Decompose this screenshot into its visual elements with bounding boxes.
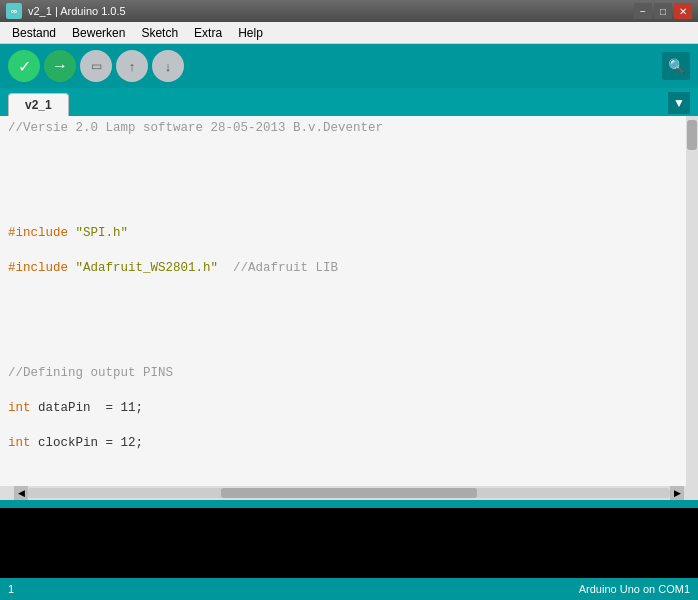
serial-monitor-button[interactable]: 🔍: [662, 52, 690, 80]
titlebar: ∞ v2_1 | Arduino 1.0.5 − □ ✕: [0, 0, 698, 22]
open-button[interactable]: ↑: [116, 50, 148, 82]
line-number: 1: [8, 583, 14, 595]
app-icon: ∞: [6, 3, 22, 19]
new-button[interactable]: ▭: [80, 50, 112, 82]
code-editor[interactable]: //Versie 2.0 Lamp software 28-05-2013 B.…: [0, 116, 686, 486]
tab-dropdown-button[interactable]: ▼: [668, 92, 690, 114]
save-button[interactable]: ↓: [152, 50, 184, 82]
vertical-scrollbar[interactable]: [686, 116, 698, 486]
board-info: Arduino Uno on COM1: [579, 583, 690, 595]
toolbar: ✓ → ▭ ↑ ↓ 🔍: [0, 44, 698, 88]
maximize-button[interactable]: □: [654, 3, 672, 19]
console-output: [0, 508, 698, 578]
minimize-button[interactable]: −: [634, 3, 652, 19]
titlebar-title: v2_1 | Arduino 1.0.5: [28, 5, 126, 17]
hscroll-track: [28, 488, 670, 498]
statusbar: 1 Arduino Uno on COM1: [0, 578, 698, 600]
upload-button[interactable]: →: [44, 50, 76, 82]
menu-help[interactable]: Help: [230, 24, 271, 42]
tabs-bar: v2_1 ▼: [0, 88, 698, 116]
verify-button[interactable]: ✓: [8, 50, 40, 82]
editor-container: //Versie 2.0 Lamp software 28-05-2013 B.…: [0, 116, 698, 486]
tab-label: v2_1: [25, 98, 52, 112]
console-header: [0, 500, 698, 508]
hscroll-thumb[interactable]: [221, 488, 478, 498]
scrollbar-thumb[interactable]: [687, 120, 697, 150]
menu-extra[interactable]: Extra: [186, 24, 230, 42]
hscroll-left-button[interactable]: ◀: [14, 486, 28, 500]
menu-bewerken[interactable]: Bewerken: [64, 24, 133, 42]
titlebar-left: ∞ v2_1 | Arduino 1.0.5: [6, 3, 126, 19]
close-button[interactable]: ✕: [674, 3, 692, 19]
horizontal-scrollbar[interactable]: ◀ ▶: [0, 486, 698, 500]
menu-bestand[interactable]: Bestand: [4, 24, 64, 42]
hscroll-right-button[interactable]: ▶: [670, 486, 684, 500]
menu-sketch[interactable]: Sketch: [133, 24, 186, 42]
titlebar-controls: − □ ✕: [634, 3, 692, 19]
tab-v2-1[interactable]: v2_1: [8, 93, 69, 116]
menubar: Bestand Bewerken Sketch Extra Help: [0, 22, 698, 44]
